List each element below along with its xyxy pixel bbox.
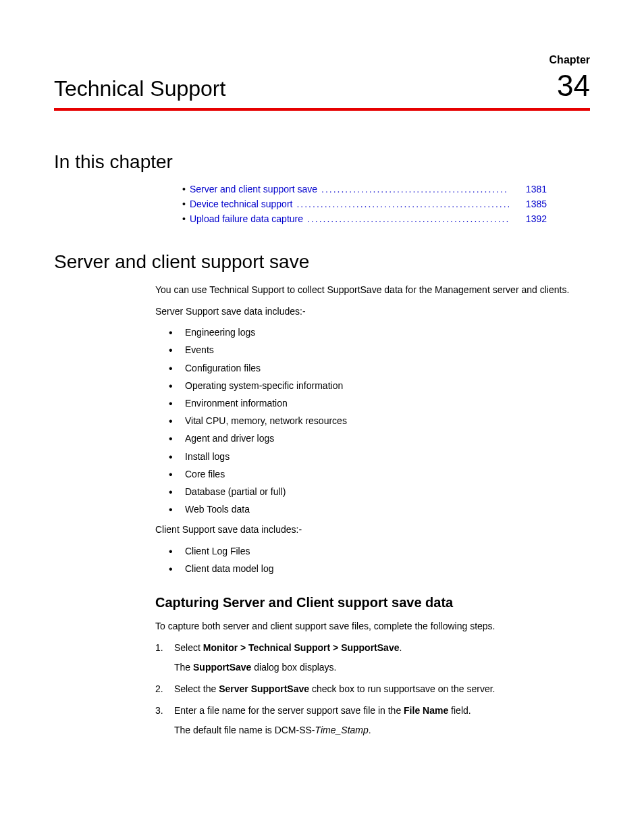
bullet-icon: • — [182, 213, 186, 224]
list-item: Database (partial or full) — [169, 486, 590, 498]
subsection-heading-capturing: Capturing Server and Client support save… — [155, 595, 590, 610]
step-text-prefix: Select — [174, 642, 203, 653]
chapter-number: 34 — [557, 69, 590, 103]
toc-item: • Device technical support 1385 — [182, 199, 547, 209]
list-item: Client Log Files — [169, 545, 590, 557]
variable-name: Time_Stamp — [315, 725, 369, 735]
toc-link[interactable]: Server and client support save — [190, 184, 317, 194]
chapter-title: Technical Support — [54, 76, 225, 101]
list-item: Web Tools data — [169, 503, 590, 515]
checkbox-name: Server SupportSave — [219, 683, 309, 694]
step-text-prefix: Select the — [174, 683, 219, 694]
toc-leader-dots — [321, 184, 509, 194]
body-paragraph: You can use Technical Support to collect… — [155, 284, 590, 297]
body-paragraph: Server Support save data includes:- — [155, 305, 590, 319]
menu-path: Monitor > Technical Support > SupportSav… — [203, 642, 400, 653]
toc-item: • Server and client support save 1381 — [182, 184, 547, 194]
field-name: File Name — [404, 705, 448, 716]
chapter-label: Chapter — [54, 54, 590, 66]
toc-page-number[interactable]: 1392 — [513, 213, 547, 224]
step-subtext: The SupportSave dialog box displays. — [174, 661, 590, 675]
list-item: Configuration files — [169, 362, 590, 374]
step-text-prefix: Enter a file name for the server support… — [174, 705, 404, 716]
list-item: Vital CPU, memory, network resources — [169, 415, 590, 427]
toc-page-number[interactable]: 1385 — [513, 199, 547, 209]
client-support-list: Client Log Files Client data model log — [169, 545, 590, 575]
list-item: Events — [169, 344, 590, 356]
toc-link[interactable]: Upload failure data capture — [190, 213, 303, 224]
step-item: Select the Server SupportSave check box … — [155, 683, 590, 696]
toc-leader-dots — [296, 199, 509, 209]
list-item: Environment information — [169, 397, 590, 409]
in-this-chapter-heading: In this chapter — [54, 151, 590, 173]
steps-list: Select Monitor > Technical Support > Sup… — [155, 642, 590, 737]
dialog-name: SupportSave — [193, 662, 251, 673]
list-item: Core files — [169, 468, 590, 480]
step-subtext: The default file name is DCM-SS-Time_Sta… — [174, 724, 590, 737]
toc-list: • Server and client support save 1381 • … — [182, 184, 547, 224]
step-sub-prefix: The — [174, 662, 193, 673]
bullet-icon: • — [182, 184, 186, 194]
list-item: Client data model log — [169, 563, 590, 575]
list-item: Install logs — [169, 450, 590, 463]
chapter-header: Technical Support 34 — [54, 69, 590, 111]
bullet-icon: • — [182, 199, 186, 209]
list-item: Agent and driver logs — [169, 432, 590, 444]
section-heading-server-client-support: Server and client support save — [54, 251, 590, 273]
step-text-suffix: field. — [448, 705, 471, 716]
step-sub-suffix: dialog box displays. — [251, 662, 336, 673]
toc-link[interactable]: Device technical support — [190, 199, 293, 209]
list-item: Operating system-specific information — [169, 380, 590, 392]
toc-item: • Upload failure data capture 1392 — [182, 213, 547, 224]
step-text-suffix: check box to run supportsave on the serv… — [309, 683, 495, 694]
body-paragraph: Client Support save data includes:- — [155, 523, 590, 537]
step-item: Enter a file name for the server support… — [155, 704, 590, 737]
toc-leader-dots — [307, 213, 509, 224]
step-item: Select Monitor > Technical Support > Sup… — [155, 642, 590, 675]
step-sub-prefix: The default file name is DCM-SS- — [174, 725, 315, 735]
toc-page-number[interactable]: 1381 — [513, 184, 547, 194]
server-support-list: Engineering logs Events Configuration fi… — [169, 326, 590, 515]
step-sub-suffix: . — [369, 725, 371, 735]
step-text-suffix: . — [399, 642, 402, 653]
body-paragraph: To capture both server and client suppor… — [155, 620, 590, 633]
list-item: Engineering logs — [169, 326, 590, 338]
